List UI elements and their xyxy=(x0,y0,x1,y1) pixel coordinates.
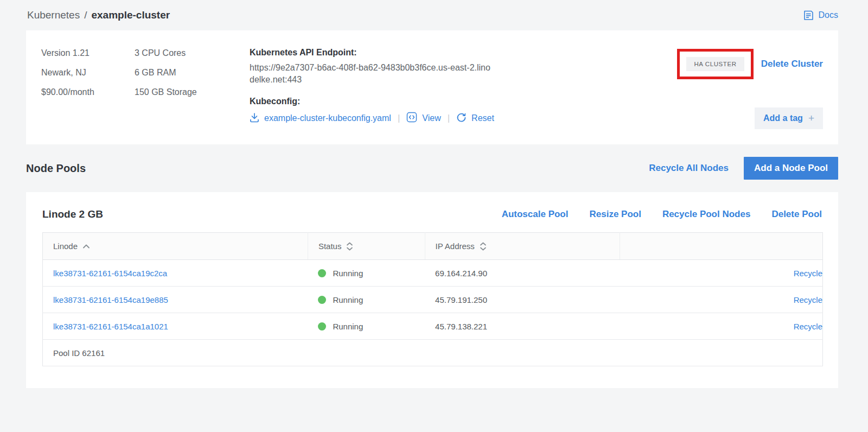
kubeconfig-download-link[interactable]: example-cluster-kubeconfig.yaml xyxy=(250,112,391,125)
resize-pool-button[interactable]: Resize Pool xyxy=(589,209,641,220)
ha-cluster-badge: HA CLUSTER xyxy=(686,57,744,71)
divider: | xyxy=(448,113,450,124)
status-label: Running xyxy=(333,295,363,304)
kubeconfig-filename: example-cluster-kubeconfig.yaml xyxy=(264,113,391,123)
add-tag-label: Add a tag xyxy=(763,113,803,123)
autoscale-pool-button[interactable]: Autoscale Pool xyxy=(502,209,569,220)
sort-both-icon xyxy=(480,242,487,251)
sort-both-icon xyxy=(346,242,353,251)
docs-label: Docs xyxy=(819,10,838,20)
sort-asc-icon xyxy=(82,244,90,249)
table-row: lke38731-62161-6154ca19e885 Running 45.7… xyxy=(43,287,823,313)
recycle-node-button[interactable]: Recycle xyxy=(794,322,822,331)
kubernetes-cluster-page: Kubernetes / example-cluster Docs Versio… xyxy=(0,0,868,432)
kubeconfig-label: Kubeconfig: xyxy=(250,97,521,106)
divider: | xyxy=(398,113,400,124)
add-tag-button[interactable]: Add a tag + xyxy=(755,107,823,129)
code-view-icon xyxy=(406,112,417,125)
spec-ram: 6 GB RAM xyxy=(135,68,250,78)
node-pools-header: Node Pools Recycle All Nodes Add a Node … xyxy=(26,144,838,192)
cluster-specs: Version 1.21 Newark, NJ $90.00/month 3 C… xyxy=(41,43,250,129)
breadcrumb-kubernetes[interactable]: Kubernetes xyxy=(27,9,80,21)
node-ip: 45.79.138.221 xyxy=(425,313,620,340)
status-running-icon xyxy=(318,296,326,304)
column-header-status: Status xyxy=(318,242,342,251)
sort-by-status[interactable]: Status xyxy=(318,242,354,251)
status-running-icon xyxy=(318,269,326,277)
api-endpoint-url: https://9e2a7307-b6ac-408f-ba62-9483b0b3… xyxy=(250,62,491,86)
top-bar: Kubernetes / example-cluster Docs xyxy=(0,0,868,30)
pool-id-label: Pool ID 62161 xyxy=(43,340,823,366)
view-label: View xyxy=(422,113,441,123)
node-link[interactable]: lke38731-62161-6154ca19e885 xyxy=(53,295,168,304)
pool-name: Linode 2 GB xyxy=(42,208,103,220)
recycle-node-button[interactable]: Recycle xyxy=(794,295,822,304)
kubeconfig-block: Kubeconfig: example-cluster-kubeconfig.y… xyxy=(250,97,521,125)
pool-id-row: Pool ID 62161 xyxy=(43,340,823,366)
column-header-linode: Linode xyxy=(53,242,78,251)
ha-cluster-highlight-box: HA CLUSTER xyxy=(677,49,753,79)
node-ip: 69.164.214.90 xyxy=(425,260,620,287)
recycle-pool-nodes-button[interactable]: Recycle Pool Nodes xyxy=(662,209,751,220)
plus-icon: + xyxy=(808,112,814,124)
spec-price: $90.00/month xyxy=(41,87,135,97)
sort-by-ip[interactable]: IP Address xyxy=(436,242,487,251)
summary-right: HA CLUSTER Delete Cluster Add a tag + xyxy=(677,43,823,129)
node-pool-card: Linode 2 GB Autoscale Pool Resize Pool R… xyxy=(26,192,838,388)
nodes-table: Linode Status xyxy=(42,232,823,366)
api-endpoint-label: Kubernetes API Endpoint: xyxy=(250,48,521,58)
node-pools-title: Node Pools xyxy=(26,162,86,175)
node-link[interactable]: lke38731-62161-6154ca19c2ca xyxy=(53,269,167,278)
table-row: lke38731-62161-6154ca1a1021 Running 45.7… xyxy=(43,313,823,340)
breadcrumb-separator: / xyxy=(84,9,87,21)
recycle-all-nodes-button[interactable]: Recycle All Nodes xyxy=(649,163,729,174)
sort-by-linode[interactable]: Linode xyxy=(53,242,90,251)
reset-label: Reset xyxy=(471,113,494,123)
spec-storage: 150 GB Storage xyxy=(135,87,250,97)
kubeconfig-view-link[interactable]: View xyxy=(406,112,441,125)
pool-head: Linode 2 GB Autoscale Pool Resize Pool R… xyxy=(42,206,823,232)
spec-region: Newark, NJ xyxy=(41,68,135,78)
delete-pool-button[interactable]: Delete Pool xyxy=(771,209,822,220)
add-node-pool-button[interactable]: Add a Node Pool xyxy=(744,157,838,180)
table-header-row: Linode Status xyxy=(43,233,823,260)
docs-link[interactable]: Docs xyxy=(803,10,838,21)
kubeconfig-reset-link[interactable]: Reset xyxy=(456,112,494,125)
breadcrumb-cluster-name: example-cluster xyxy=(91,9,170,21)
endpoint-block: Kubernetes API Endpoint: https://9e2a730… xyxy=(250,43,521,129)
node-link[interactable]: lke38731-62161-6154ca1a1021 xyxy=(53,322,168,331)
status-label: Running xyxy=(333,269,363,278)
spec-version: Version 1.21 xyxy=(41,48,135,58)
column-header-ip: IP Address xyxy=(436,242,475,251)
docs-icon xyxy=(803,10,814,21)
cluster-summary-card: Version 1.21 Newark, NJ $90.00/month 3 C… xyxy=(26,30,838,144)
status-running-icon xyxy=(318,322,326,331)
node-ip: 45.79.191.250 xyxy=(425,287,620,313)
reset-icon xyxy=(456,112,467,125)
breadcrumb: Kubernetes / example-cluster xyxy=(27,9,170,21)
table-row: lke38731-62161-6154ca19c2ca Running 69.1… xyxy=(43,260,823,287)
delete-cluster-button[interactable]: Delete Cluster xyxy=(761,59,823,69)
download-icon xyxy=(250,112,259,125)
recycle-node-button[interactable]: Recycle xyxy=(794,269,822,278)
status-label: Running xyxy=(333,322,363,331)
spec-cpu: 3 CPU Cores xyxy=(135,48,250,58)
